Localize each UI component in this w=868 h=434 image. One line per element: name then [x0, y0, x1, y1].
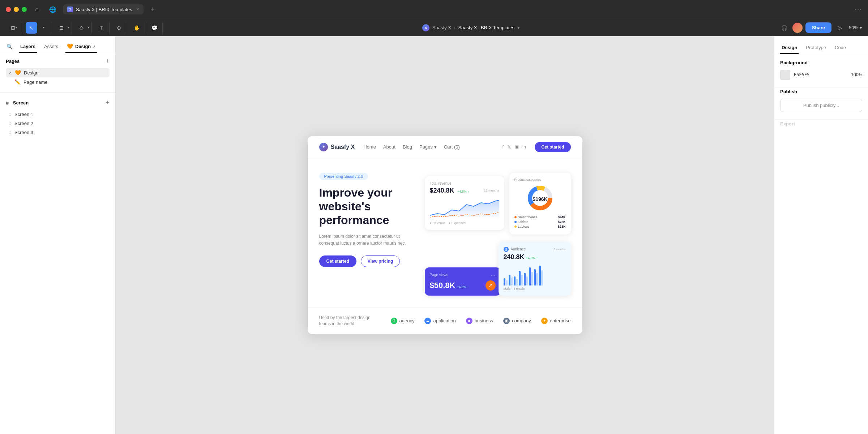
application-label: application [433, 318, 456, 323]
tab-title: Saasfy X | BRIX Templates [76, 7, 132, 12]
nav-cart[interactable]: Cart (0) [444, 144, 460, 150]
shape-tool[interactable]: ◇ [76, 22, 87, 34]
components-tool[interactable]: ⊕ [113, 22, 125, 34]
code-panel-tab[interactable]: Code [833, 42, 847, 54]
audience-bar-chart [504, 264, 566, 285]
design-tab[interactable]: 🧡 Design ∧ [65, 40, 97, 53]
components-icon: ⊕ [117, 25, 121, 31]
background-row: E5E5E5 100% [780, 70, 862, 80]
tool-group-select: ↖ ▾ [23, 22, 52, 34]
zoom-control[interactable]: 50% ▾ [849, 25, 862, 30]
sidebar-search-icon[interactable]: 🔍 [6, 43, 13, 50]
tab-close-icon[interactable]: × [137, 7, 139, 12]
screen-item-2[interactable]: ⁚⁚ Screen 2 [6, 119, 110, 128]
linkedin-icon[interactable]: in [522, 144, 526, 150]
play-button[interactable]: ▷ [834, 22, 846, 34]
background-title: Background [780, 60, 862, 65]
headphone-icon[interactable]: 🎧 [779, 23, 790, 33]
current-page-name[interactable]: Saasfy X | BRIX Templates [458, 25, 514, 30]
nav-home[interactable]: Home [363, 144, 376, 150]
user-avatar[interactable] [792, 23, 803, 33]
nav-social: f 𝕏 ▣ in [502, 144, 526, 150]
comment-tool[interactable]: 💬 [149, 22, 160, 34]
screen-item-3[interactable]: ⁚⁚ Screen 3 [6, 128, 110, 137]
revenue-chart: ● Revenue ● Expenses [430, 197, 499, 225]
breadcrumb-arrow-icon[interactable]: ▾ [517, 25, 520, 30]
tool-group-frame: ⊡ ▾ [54, 22, 72, 34]
nav-blog[interactable]: Blog [403, 144, 412, 150]
text-tool[interactable]: T [95, 22, 107, 34]
select-tool[interactable]: ↖ [26, 22, 37, 34]
agency-label: agency [399, 318, 415, 323]
home-icon[interactable]: ⌂ [31, 4, 43, 15]
pages-section: Pages + ✓ 🧡 Design ✏️ Page name [0, 53, 115, 91]
canvas-area[interactable]: ✦ Saasfy X Home About Blog Pages ▾ Cart … [116, 36, 774, 434]
background-color-code[interactable]: E5E5E5 [794, 72, 847, 77]
publish-button[interactable]: Publish publicly... [780, 99, 862, 112]
audience-icon [504, 247, 509, 252]
more-options-icon[interactable]: ··· [855, 6, 862, 13]
page-item-design[interactable]: ✓ 🧡 Design [6, 68, 110, 77]
zoom-arrow-icon: ▾ [860, 25, 862, 30]
social-icon-3[interactable]: ▣ [514, 144, 519, 150]
design-emoji: 🧡 [67, 43, 73, 49]
grid-icon: ⊞ [11, 25, 15, 31]
audience-value: 240.8K [504, 253, 525, 261]
audience-label: Audience [511, 247, 526, 251]
page-item-name[interactable]: ✏️ Page name [6, 77, 110, 87]
tool-group-shape: ◇ ▾ [73, 22, 92, 34]
revenue-card: Total revenue $240.8K +4.6% ↑ 12 months [425, 176, 504, 230]
browser-tab[interactable]: S Saasfy X | BRIX Templates × [63, 4, 144, 14]
tool-group-components: ⊕ [111, 22, 127, 34]
donut-legend-tablets: Tablets $72K [514, 220, 566, 224]
pages-add-button[interactable]: + [106, 57, 110, 65]
breadcrumb: S Saasfy X / Saasfy X | BRIX Templates ▾ [422, 24, 520, 31]
hero-secondary-button[interactable]: View pricing [361, 255, 400, 267]
design-panel-tab[interactable]: Design [780, 42, 799, 54]
grid-tool[interactable]: ⊞ ▾ [8, 22, 20, 34]
close-button[interactable] [6, 7, 11, 12]
titlebar-right: ··· [855, 6, 862, 13]
pageviews-card: Page views ··· $50.8K +4.6% ↑ ↗ [425, 267, 501, 296]
hand-icon: ✋ [134, 25, 140, 31]
male-legend: Male [504, 287, 511, 291]
maximize-button[interactable] [22, 7, 27, 12]
frame-tool[interactable]: ⊡ [56, 22, 67, 34]
hand-tool[interactable]: ✋ [131, 22, 142, 34]
screen-dots-icon: ⁚⁚ [9, 112, 12, 116]
background-opacity[interactable]: 100% [851, 72, 862, 77]
page-pencil-icon: ✏️ [14, 79, 21, 85]
nav-pages-arrow-icon: ▾ [434, 144, 437, 150]
nav-about[interactable]: About [383, 144, 395, 150]
facebook-icon[interactable]: f [502, 144, 504, 150]
layers-tab[interactable]: Layers [19, 41, 37, 53]
revenue-value: $240.8K [430, 187, 454, 194]
sidebar-tabs: 🔍 Layers Assets 🧡 Design ∧ [0, 36, 115, 53]
audience-change: +4.6% ↑ [526, 256, 538, 260]
globe-icon[interactable]: 🌐 [47, 4, 59, 15]
new-tab-button[interactable]: + [148, 4, 158, 14]
donut-title: Product categories [514, 178, 542, 181]
screen-title: Screen [13, 100, 103, 106]
logo-company: ▣ company [503, 318, 531, 324]
page-name-label: Page name [23, 80, 48, 85]
design-tab-arrow-icon: ∧ [93, 44, 95, 48]
screen-item-1[interactable]: ⁚⁚ Screen 1 [6, 110, 110, 119]
minimize-button[interactable] [14, 7, 19, 12]
hero-primary-button[interactable]: Get started [319, 255, 356, 267]
twitter-icon[interactable]: 𝕏 [507, 144, 511, 150]
site-logo-text: Saasfy X [331, 144, 355, 150]
prototype-panel-tab[interactable]: Prototype [804, 42, 828, 54]
project-name[interactable]: Saasfy X [432, 25, 451, 30]
pageviews-circle-icon: ↗ [486, 280, 496, 291]
share-button[interactable]: Share [805, 22, 831, 33]
background-color-swatch[interactable] [780, 70, 790, 80]
nav-cta-button[interactable]: Get started [535, 142, 570, 152]
nav-pages[interactable]: Pages ▾ [419, 144, 437, 150]
right-sidebar: Design Prototype Code Background E5E5E5 … [774, 36, 868, 434]
panel-divider-1 [774, 87, 868, 87]
assets-tab[interactable]: Assets [43, 41, 60, 53]
project-logo: S [422, 24, 429, 31]
select-tool-arrow[interactable]: ▾ [38, 22, 50, 34]
screen-add-button[interactable]: + [106, 99, 110, 107]
